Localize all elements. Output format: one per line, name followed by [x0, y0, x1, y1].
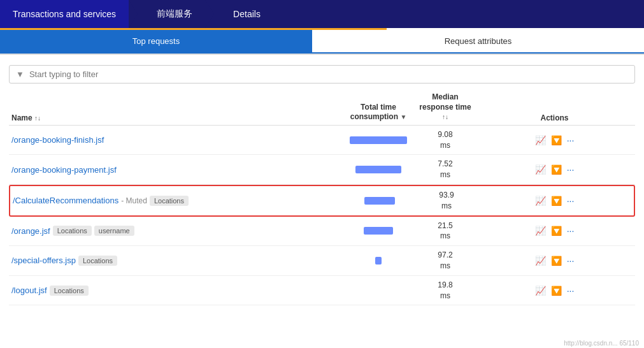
row-actions: 📈 🔽 ··· [475, 196, 634, 206]
more-icon[interactable]: ··· [567, 135, 575, 145]
row-median: 93.9ms [418, 190, 475, 212]
row-median: 19.8ms [417, 280, 474, 301]
nav-label-details: Details [233, 9, 261, 19]
bar-fill [364, 227, 393, 235]
tag-locations: Locations [78, 256, 117, 266]
table-row-highlighted: /CalculateRecommendations - Muted Locati… [9, 185, 635, 217]
row-actions: 📈 🔽 ··· [474, 256, 635, 266]
bar-fill [375, 257, 382, 265]
chart-icon[interactable]: 📈 [535, 164, 546, 175]
tab-top-requests[interactable]: Top requests [0, 30, 312, 54]
table-row: /logout.jsf Locations 19.8ms 📈 🔽 ··· [9, 276, 635, 306]
filter-wrapper: ▼ [9, 65, 635, 83]
table-row: /orange.jsf Locations username 21.5ms 📈 … [9, 217, 635, 247]
row-bar [340, 227, 417, 235]
table-row: /orange-booking-finish.jsf 9.08ms 📈 🔽 ··… [9, 126, 635, 156]
more-icon[interactable]: ··· [567, 226, 575, 236]
tag-locations: Locations [53, 226, 92, 236]
filter-input[interactable] [29, 69, 628, 79]
table-container: Name ↑↓ Total time consumption ▼ Median … [0, 89, 644, 305]
filter-action-icon[interactable]: 🔽 [551, 226, 562, 236]
row-median: 9.08ms [417, 129, 474, 151]
sort-icon-name[interactable]: ↑↓ [34, 115, 41, 122]
nav-label-transactions: Transactions and services [13, 9, 116, 19]
row-median: 21.5ms [417, 221, 474, 242]
bar-fill [350, 136, 407, 144]
tabs-container: Top requests Request attributes [0, 30, 644, 55]
row-link[interactable]: /orange-booking-finish.jsf [11, 135, 104, 145]
col-header-total: Total time consumption ▼ [340, 103, 417, 122]
more-icon[interactable]: ··· [567, 196, 575, 206]
row-link[interactable]: /orange.jsf [11, 226, 50, 236]
bar-fill [355, 166, 401, 173]
chart-icon[interactable]: 📈 [535, 256, 546, 266]
muted-label: - Muted [121, 196, 147, 205]
filter-action-icon[interactable]: 🔽 [551, 256, 562, 266]
filter-action-icon[interactable]: 🔽 [551, 135, 562, 145]
row-bar [340, 166, 417, 173]
row-actions: 📈 🔽 ··· [474, 164, 635, 175]
row-median: 97.2ms [417, 250, 474, 272]
filter-icon: ▼ [16, 69, 24, 79]
sort-icon-total[interactable]: ▼ [400, 113, 406, 120]
row-name: /orange-booking-payment.jsf [9, 165, 340, 175]
nav-label-frontend: 前端服务 [157, 8, 192, 20]
table-row: /orange-booking-payment.jsf 7.52ms 📈 🔽 ·… [9, 155, 635, 185]
col-header-actions: Actions [474, 113, 635, 122]
chart-icon[interactable]: 📈 [535, 226, 546, 236]
row-name: /orange.jsf Locations username [9, 226, 340, 236]
row-name: /special-offers.jsp Locations [9, 256, 340, 266]
chart-icon[interactable]: 📈 [535, 196, 546, 206]
sort-icon-median[interactable]: ↑↓ [442, 113, 448, 120]
col-header-name: Name ↑↓ [9, 113, 340, 122]
row-link[interactable]: /special-offers.jsp [11, 256, 76, 265]
row-name: /CalculateRecommendations - Muted Locati… [10, 196, 341, 206]
tag-locations: Locations [50, 286, 89, 296]
watermark: http://blog.csdn.n... 65/110 [564, 340, 639, 347]
more-icon[interactable]: ··· [567, 164, 575, 175]
tag-locations: Locations [150, 196, 189, 206]
nav-item-transactions[interactable]: Transactions and services [0, 0, 129, 28]
table-header: Name ↑↓ Total time consumption ▼ Median … [9, 89, 635, 126]
bar-fill [364, 197, 395, 205]
top-nav: Transactions and services 前端服务 Details [0, 0, 644, 28]
table-row: /special-offers.jsp Locations 97.2ms 📈 🔽… [9, 246, 635, 276]
filter-action-icon[interactable]: 🔽 [551, 286, 562, 296]
filter-container: ▼ [0, 55, 644, 89]
row-bar [340, 136, 417, 144]
more-icon[interactable]: ··· [567, 256, 575, 266]
chart-icon[interactable]: 📈 [535, 135, 546, 145]
filter-action-icon[interactable]: 🔽 [551, 196, 562, 206]
row-median: 7.52ms [417, 159, 474, 180]
tab-request-attributes[interactable]: Request attributes [312, 30, 644, 54]
row-name: /logout.jsf Locations [9, 286, 340, 296]
row-name: /orange-booking-finish.jsf [9, 135, 340, 145]
filter-action-icon[interactable]: 🔽 [551, 164, 562, 175]
row-actions: 📈 🔽 ··· [474, 226, 635, 236]
more-icon[interactable]: ··· [567, 286, 575, 296]
row-link[interactable]: /orange-booking-payment.jsf [11, 165, 117, 175]
chart-icon[interactable]: 📈 [535, 286, 546, 296]
row-bar [341, 197, 418, 205]
row-link[interactable]: /CalculateRecommendations [13, 196, 118, 205]
nav-item-frontend[interactable]: 前端服务 [139, 0, 205, 28]
nav-item-details[interactable]: Details [215, 0, 273, 28]
row-bar [340, 257, 417, 265]
row-actions: 📈 🔽 ··· [474, 135, 635, 145]
tag-username: username [94, 226, 134, 236]
row-actions: 📈 🔽 ··· [474, 286, 635, 296]
col-header-median: Median response time ↑↓ [417, 92, 474, 122]
row-bar [340, 287, 417, 294]
row-link[interactable]: /logout.jsf [11, 286, 47, 295]
